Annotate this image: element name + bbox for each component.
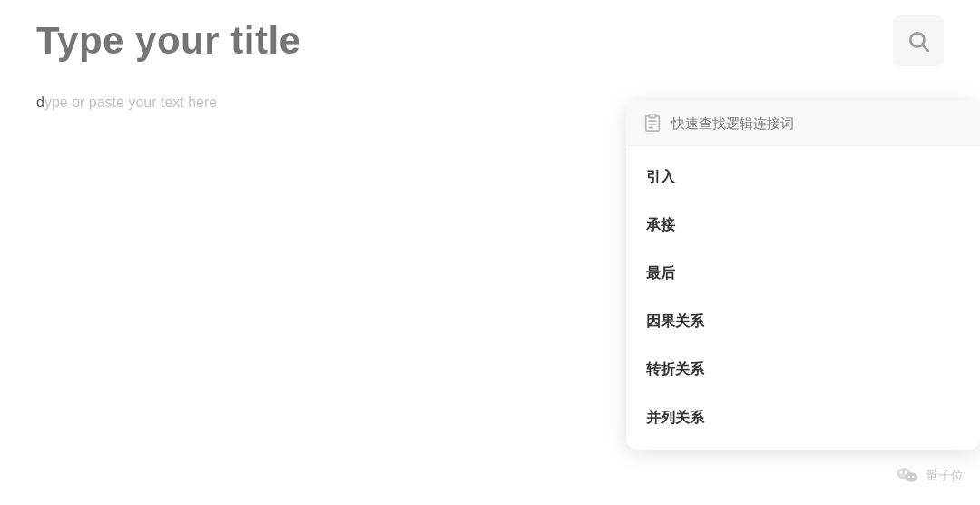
svg-point-7 [905, 472, 917, 482]
category-search-input[interactable] [671, 115, 964, 131]
watermark: 量子位 [895, 463, 964, 489]
chevron-down-icon-intro [942, 169, 960, 187]
search-icon [906, 29, 930, 53]
svg-line-1 [923, 45, 928, 51]
chevron-down-icon-contrast [942, 361, 960, 380]
category-list: 引入承接最后因果关系转折关系并列关系 [626, 146, 980, 450]
search-button[interactable] [893, 15, 944, 66]
dropdown-panel: 引入承接最后因果关系转折关系并列关系 [626, 100, 980, 450]
category-label-contrast: 转折关系 [646, 361, 704, 380]
placeholder-rest: ype or paste your text here [44, 94, 217, 110]
main-area: dype or paste your text here 引入承接最后因果关系转… [0, 0, 980, 505]
category-label-cause-effect: 因果关系 [646, 312, 704, 332]
category-label-final: 最后 [646, 264, 675, 283]
category-item-continue[interactable]: 承接 [626, 202, 980, 250]
svg-point-10 [907, 476, 910, 479]
dropdown-search-bar [626, 100, 980, 146]
header [0, 0, 980, 82]
category-label-intro: 引入 [646, 168, 675, 187]
title-input[interactable] [36, 19, 893, 63]
category-item-intro[interactable]: 引入 [626, 153, 980, 202]
category-label-continue: 承接 [646, 216, 675, 235]
category-item-cause-effect[interactable]: 因果关系 [626, 298, 980, 346]
category-label-parallel: 并列关系 [646, 409, 704, 428]
svg-rect-2 [649, 114, 655, 118]
category-item-contrast[interactable]: 转折关系 [626, 346, 980, 394]
chevron-down-icon-final [942, 265, 960, 283]
category-item-parallel[interactable]: 并列关系 [626, 394, 980, 442]
svg-point-9 [905, 471, 907, 474]
chevron-down-icon-cause-effect [942, 313, 960, 332]
watermark-text: 量子位 [926, 468, 964, 484]
clipboard-icon [642, 113, 662, 133]
svg-point-11 [912, 476, 915, 479]
chevron-down-icon-parallel [942, 410, 960, 428]
category-item-final[interactable]: 最后 [626, 250, 980, 298]
wechat-icon [895, 463, 920, 489]
svg-point-8 [900, 471, 903, 474]
chevron-down-icon-continue [942, 217, 960, 235]
cursor-char: d [36, 94, 44, 110]
